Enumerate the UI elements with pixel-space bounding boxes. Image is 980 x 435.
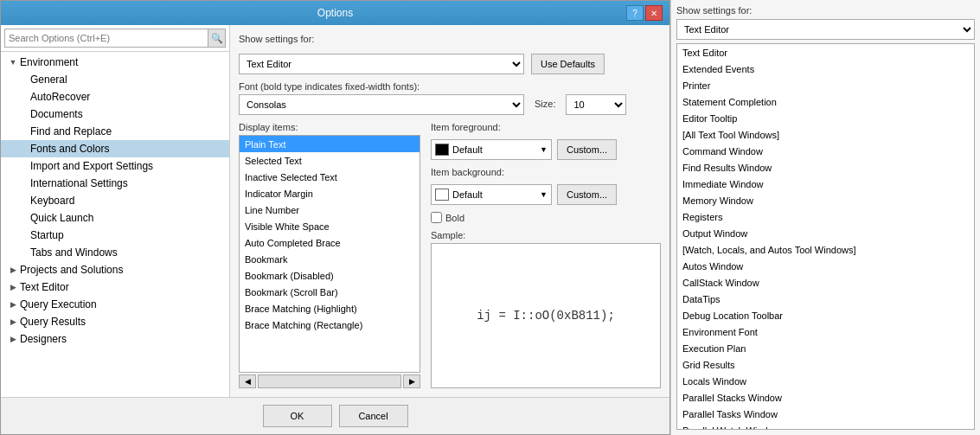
expand-icon — [18, 195, 29, 206]
ss-list-item[interactable]: Registers — [677, 208, 974, 225]
ss-list-item[interactable]: Parallel Tasks Window — [677, 406, 974, 422]
tree-item[interactable]: ▼Environment — [1, 54, 229, 71]
scroll-left-btn[interactable]: ◀ — [239, 374, 256, 388]
display-list-item[interactable]: Bookmark (Scroll Bar) — [240, 284, 420, 300]
ss-list-item[interactable]: Find Results Window — [677, 159, 974, 176]
show-settings-select-row: Text Editor Use Defaults — [239, 54, 661, 74]
tree-item[interactable]: Documents — [1, 106, 229, 123]
ss-list-item[interactable]: Text Editor — [677, 44, 974, 61]
fg-custom-button[interactable]: Custom... — [557, 139, 617, 160]
bg-custom-button[interactable]: Custom... — [557, 184, 617, 205]
display-list-item[interactable]: Auto Completed Brace — [240, 234, 420, 251]
cancel-button[interactable]: Cancel — [339, 405, 408, 427]
display-list-item[interactable]: Inactive Selected Text — [240, 169, 420, 185]
ss-list-item[interactable]: Statement Completion — [677, 93, 974, 110]
expand-icon: ▶ — [8, 282, 18, 292]
expand-icon — [18, 126, 29, 137]
ss-list-item[interactable]: [All Text Tool Windows] — [677, 126, 974, 143]
tree-item[interactable]: ▶Designers — [1, 330, 229, 348]
tree-item[interactable]: Quick Launch — [1, 209, 229, 227]
fg-select[interactable]: Default ▼ — [431, 139, 552, 160]
tree-item[interactable]: Find and Replace — [1, 123, 229, 140]
help-button[interactable]: ? — [626, 5, 644, 21]
scroll-right-btn[interactable]: ▶ — [403, 374, 420, 388]
bg-select[interactable]: Default ▼ — [431, 184, 552, 205]
font-label: Font (bold type indicates fixed-width fo… — [239, 81, 661, 92]
tree-item[interactable]: International Settings — [1, 175, 229, 192]
ss-list-item[interactable]: Extended Events — [677, 61, 974, 77]
show-settings-side-list[interactable]: Text EditorExtended EventsPrinterStateme… — [676, 43, 975, 430]
expand-icon — [18, 161, 29, 171]
tree-item[interactable]: AutoRecover — [1, 88, 229, 106]
tree-item[interactable]: ▶Query Results — [1, 313, 229, 330]
ss-list-item[interactable]: DataTips — [677, 291, 974, 307]
display-list-item[interactable]: Indicator Margin — [240, 185, 420, 202]
fg-row: Default ▼ Custom... — [431, 139, 661, 160]
expand-icon — [18, 74, 29, 85]
display-list-item[interactable]: Line Number — [240, 202, 420, 218]
display-list-item[interactable]: Brace Matching (Highlight) — [240, 300, 420, 317]
tree-item-label: Tabs and Windows — [30, 246, 118, 259]
tree-item[interactable]: ▶Projects and Solutions — [1, 261, 229, 278]
ss-list-item[interactable]: Printer — [677, 77, 974, 93]
ss-list-item[interactable]: [Watch, Locals, and Autos Tool Windows] — [677, 241, 974, 258]
show-settings-side-title: Show settings for: — [676, 5, 975, 16]
ss-list-item[interactable]: Editor Tooltip — [677, 110, 974, 126]
display-list-item[interactable]: Brace Matching (Rectangle) — [240, 317, 420, 333]
tree-item[interactable]: Keyboard — [1, 192, 229, 209]
tree-scroll: ▼EnvironmentGeneralAutoRecoverDocumentsF… — [1, 52, 229, 397]
tree-item-label: Fonts and Colors — [30, 143, 109, 155]
ss-list-item[interactable]: Debug Location Toolbar — [677, 307, 974, 323]
tree-item-label: Text Editor — [20, 281, 69, 293]
bold-checkbox[interactable] — [431, 212, 442, 223]
ss-list-item[interactable]: Autos Window — [677, 258, 974, 274]
bg-swatch — [435, 189, 449, 201]
ss-list-item[interactable]: Immediate Window — [677, 176, 974, 192]
use-defaults-button[interactable]: Use Defaults — [531, 54, 605, 74]
show-settings-side-select[interactable]: Text Editor — [676, 19, 975, 40]
ss-list-item[interactable]: Memory Window — [677, 192, 974, 208]
tree-item-label: Documents — [30, 108, 83, 120]
tree-item[interactable]: Tabs and Windows — [1, 244, 229, 261]
ss-list-item[interactable]: CallStack Window — [677, 274, 974, 291]
show-settings-select[interactable]: Text Editor — [239, 54, 524, 74]
display-list-item[interactable]: Visible White Space — [240, 218, 420, 234]
bg-arrow-icon: ▼ — [540, 190, 548, 199]
tree-item[interactable]: Startup — [1, 227, 229, 244]
tree-item-label: Query Execution — [20, 298, 97, 310]
size-select[interactable]: 10 — [566, 94, 626, 115]
font-select[interactable]: Consolas — [239, 94, 524, 115]
search-input[interactable] — [4, 29, 208, 48]
ss-list-item[interactable]: Parallel Watch Window — [677, 422, 974, 430]
left-panel: 🔍 ▼EnvironmentGeneralAutoRecoverDocument… — [1, 25, 230, 397]
tree-item[interactable]: Fonts and Colors — [1, 140, 229, 157]
display-list-item[interactable]: Plain Text — [240, 136, 420, 152]
bg-row: Default ▼ Custom... — [431, 184, 661, 205]
display-list-item[interactable]: Bookmark (Disabled) — [240, 267, 420, 284]
display-items-col: Display items: Plain TextSelected TextIn… — [239, 122, 420, 388]
expand-icon — [18, 213, 29, 223]
ss-list-item[interactable]: Parallel Stacks Window — [677, 389, 974, 406]
display-items-list[interactable]: Plain TextSelected TextInactive Selected… — [239, 135, 420, 373]
display-list-item[interactable]: Bookmark — [240, 251, 420, 267]
tree-item[interactable]: ▶Text Editor — [1, 278, 229, 296]
ss-list-item[interactable]: Environment Font — [677, 323, 974, 340]
ss-list-item[interactable]: Command Window — [677, 143, 974, 159]
tree-item-label: Projects and Solutions — [20, 264, 123, 276]
tree-item[interactable]: ▶Query Execution — [1, 296, 229, 313]
ss-list-item[interactable]: Locals Window — [677, 373, 974, 389]
display-list-item[interactable]: Selected Text — [240, 152, 420, 169]
show-settings-side-panel: Show settings for: Text Editor Text Edit… — [670, 0, 980, 435]
expand-icon — [18, 109, 29, 119]
ss-list-item[interactable]: Execution Plan — [677, 340, 974, 356]
show-settings-row: Show settings for: — [239, 34, 661, 47]
ok-button[interactable]: OK — [263, 405, 332, 427]
tree-item[interactable]: Import and Export Settings — [1, 157, 229, 175]
ss-list-item[interactable]: Output Window — [677, 225, 974, 241]
ss-list-item[interactable]: Grid Results — [677, 356, 974, 373]
tree-item[interactable]: General — [1, 71, 229, 88]
search-icon-button[interactable]: 🔍 — [208, 29, 226, 48]
close-button[interactable]: ✕ — [645, 5, 663, 21]
sample-section: Sample: ij = I::oO(0xB811); — [431, 230, 661, 388]
expand-icon — [18, 178, 29, 189]
